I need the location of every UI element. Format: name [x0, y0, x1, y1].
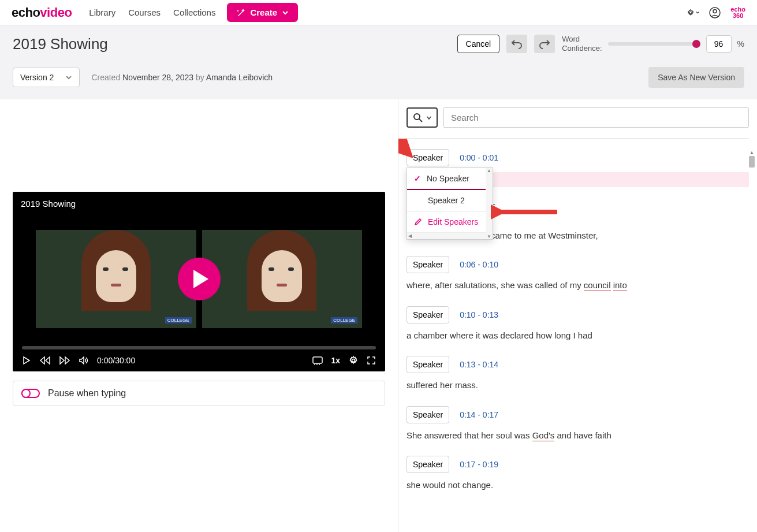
undo-icon: [511, 38, 523, 50]
created-text: Created November 28, 2023 by Amanda Leib…: [91, 73, 273, 82]
transcript-segment: Speaker 0:10 - 0:13 a chamber where it w…: [407, 306, 749, 343]
forward-icon[interactable]: [59, 356, 70, 365]
speaker-button[interactable]: Speaker: [407, 306, 449, 323]
speaker-dropdown: ✓ No Speaker Speaker 2 Edit Speakers: [407, 168, 493, 240]
segment-time: 0:14 - 0:17: [460, 410, 498, 419]
search-mode-button[interactable]: [407, 107, 438, 128]
confidence-value[interactable]: [706, 35, 732, 53]
subheader-actions: Cancel Word Confidence: %: [457, 35, 744, 53]
search-icon: [412, 112, 424, 124]
time-display: 0:00/30:00: [97, 356, 135, 365]
chevron-down-icon: [65, 74, 72, 81]
page-title: 2019 Showing: [13, 35, 108, 53]
segment-text[interactable]: She answered that her soul was God's and…: [407, 429, 749, 442]
play-icon: [193, 270, 208, 288]
settings-icon[interactable]: [687, 6, 699, 19]
nav-link-courses[interactable]: Courses: [128, 8, 161, 17]
main-split: 2019 Showing COLLEGE COLLEGE: [0, 99, 757, 532]
subheader: 2019 Showing Cancel Word Confidence: %: [0, 25, 757, 99]
transcript-segment: Speaker 0:00 - 0:01 ✓ No Speaker S: [407, 149, 749, 187]
dropdown-vscroll[interactable]: ▲▼: [486, 168, 493, 239]
cancel-button[interactable]: Cancel: [457, 35, 500, 53]
confidence-slider-thumb[interactable]: [692, 40, 700, 48]
redo-button[interactable]: [534, 35, 555, 53]
segment-text[interactable]: where, after salutations, she was called…: [407, 279, 749, 292]
speaker-button[interactable]: Speaker: [407, 406, 449, 423]
transcript-segment: Speaker 0:17 - 0:19 she would not change…: [407, 456, 749, 492]
segment-time: 0:00 - 0:01: [460, 153, 498, 162]
segment-text[interactable]: came to me at Westminster,: [491, 229, 749, 243]
speaker-button[interactable]: Speaker: [407, 456, 449, 473]
play-icon[interactable]: [22, 356, 31, 365]
rewind-icon[interactable]: [39, 356, 51, 365]
college-tag: COLLEGE: [165, 317, 192, 323]
profile-icon[interactable]: [708, 6, 721, 19]
speaker-button[interactable]: Speaker: [407, 356, 449, 373]
confidence-group: Word Confidence: %: [562, 35, 744, 53]
nav-links: Library Courses Collections: [89, 8, 215, 17]
wand-icon: [236, 8, 245, 17]
pause-toggle-label: Pause when typing: [48, 388, 126, 399]
transcript-list: ▲ ▼ Speaker 0:00 - 0:01: [398, 139, 757, 532]
chevron-down-icon: [282, 9, 289, 16]
nav-link-library[interactable]: Library: [89, 8, 115, 17]
pencil-icon: [414, 218, 422, 226]
player-controls: 0:00/30:00 1x: [13, 349, 385, 371]
segment-text[interactable]: suffered her mass.: [407, 379, 749, 392]
transcript-segment: Speaker 0:14 - 0:17 She answered that he…: [407, 406, 749, 442]
video-thumb-left: COLLEGE: [36, 230, 196, 328]
version-row: Version 2 Created November 28, 2023 by A…: [13, 68, 273, 87]
segment-time: 0:06 - 0:10: [460, 260, 498, 269]
dropdown-item-edit-speakers[interactable]: Edit Speakers: [407, 211, 493, 232]
undo-button[interactable]: [506, 35, 527, 53]
svg-rect-3: [313, 357, 322, 363]
segment-time: 0:13 - 0:14: [460, 360, 498, 369]
segment-time: 0:17 - 0:19: [460, 460, 498, 469]
segment-text[interactable]: a chamber where it was declared how long…: [407, 329, 749, 343]
logo-video-text: video: [40, 5, 72, 20]
player-title: 2019 Showing: [13, 192, 385, 215]
chevron-down-icon: [426, 115, 432, 121]
confidence-percent: %: [737, 39, 744, 49]
logo[interactable]: echovideo: [12, 5, 72, 20]
nav-icons: echo360: [687, 6, 745, 19]
transcript-scrollbar[interactable]: ▲ ▼: [748, 149, 756, 468]
speaker-button[interactable]: Speaker: [407, 149, 449, 166]
save-version-button[interactable]: Save As New Version: [648, 67, 744, 88]
search-input[interactable]: [443, 107, 749, 128]
scroll-up-arrow[interactable]: ▲: [748, 149, 756, 156]
top-nav: echovideo Library Courses Collections Cr…: [0, 0, 757, 25]
captions-icon[interactable]: [312, 356, 323, 365]
svg-point-2: [713, 9, 717, 13]
segment-text[interactable]: 5: [491, 201, 749, 214]
volume-icon[interactable]: [79, 356, 89, 365]
confidence-label: Word Confidence:: [562, 35, 602, 53]
college-tag: COLLEGE: [331, 317, 357, 323]
gear-icon[interactable]: [348, 355, 359, 366]
svg-point-5: [414, 114, 420, 120]
echo360-logo[interactable]: echo360: [730, 6, 745, 19]
scroll-thumb[interactable]: [749, 156, 755, 168]
nav-link-collections[interactable]: Collections: [173, 8, 215, 17]
create-button[interactable]: Create: [227, 3, 298, 22]
logo-echo-text: echo: [12, 5, 40, 20]
video-player: 2019 Showing COLLEGE COLLEGE: [13, 192, 385, 371]
video-thumb-right: COLLEGE: [202, 230, 363, 328]
pause-toggle[interactable]: [21, 389, 40, 398]
transcript-segment: Speaker 0:13 - 0:14 suffered her mass.: [407, 356, 749, 392]
pause-toggle-row: Pause when typing: [13, 381, 385, 406]
dropdown-item-speaker2[interactable]: Speaker 2: [407, 190, 493, 211]
play-button[interactable]: [178, 258, 221, 300]
dropdown-hscroll[interactable]: ◀▶: [407, 232, 493, 239]
version-select[interactable]: Version 2: [13, 68, 80, 87]
svg-point-0: [689, 12, 692, 14]
speed-label[interactable]: 1x: [331, 356, 340, 365]
dropdown-item-no-speaker[interactable]: ✓ No Speaker: [407, 168, 493, 189]
left-pane: 2019 Showing COLLEGE COLLEGE: [0, 99, 398, 532]
transcript-segment: Speaker 0:06 - 0:10 where, after salutat…: [407, 256, 749, 292]
create-label: Create: [250, 8, 277, 17]
confidence-slider[interactable]: [608, 42, 700, 46]
segment-text[interactable]: she would not change.: [407, 479, 749, 492]
fullscreen-icon[interactable]: [367, 356, 376, 365]
speaker-button[interactable]: Speaker: [407, 256, 449, 273]
